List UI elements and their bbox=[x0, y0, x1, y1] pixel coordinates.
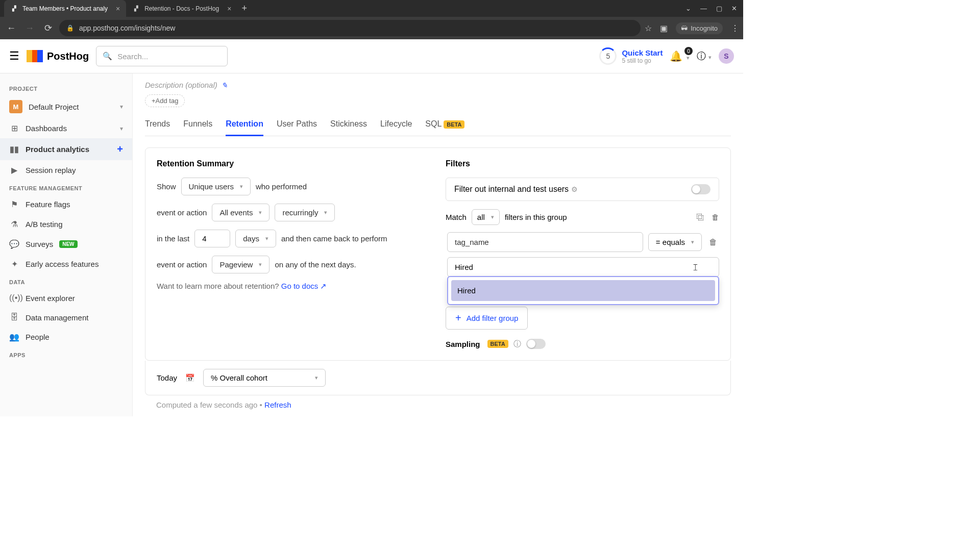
help-button[interactable]: ⓘ ▾ bbox=[697, 50, 712, 62]
gear-icon[interactable]: ⚙ bbox=[571, 185, 578, 193]
notification-count: 0 bbox=[684, 47, 693, 55]
calendar-icon[interactable]: 📅 bbox=[185, 373, 195, 383]
minimize-icon[interactable]: — bbox=[700, 5, 707, 12]
quick-start-button[interactable]: 5 Quick Start 5 still to go bbox=[599, 47, 663, 65]
refresh-link[interactable]: Refresh bbox=[264, 400, 291, 409]
info-icon[interactable]: ⓘ bbox=[513, 339, 521, 349]
user-avatar[interactable]: S bbox=[719, 48, 734, 64]
sidebar-section-feature: FEATURE MANAGEMENT bbox=[0, 180, 132, 194]
learn-more-text: Want to learn more about retention? Go t… bbox=[157, 282, 430, 291]
minimize-dropdown-icon[interactable]: ⌄ bbox=[685, 5, 691, 12]
unique-users-dropdown[interactable]: Unique users▾ bbox=[181, 178, 251, 195]
description-placeholder[interactable]: Description (optional) bbox=[145, 81, 217, 89]
equals-dropdown[interactable]: = equals▾ bbox=[648, 233, 702, 251]
close-tab-icon[interactable]: × bbox=[116, 5, 120, 13]
delete-filter-icon[interactable]: 🗑 bbox=[707, 238, 719, 247]
edit-description-icon[interactable]: ✎ bbox=[222, 81, 228, 89]
new-tab-button[interactable]: + bbox=[241, 3, 247, 14]
today-label: Today bbox=[157, 373, 177, 382]
tab-funnels[interactable]: Funnels bbox=[183, 119, 212, 136]
docs-link[interactable]: Go to docs ↗ bbox=[281, 282, 327, 290]
tab-retention[interactable]: Retention bbox=[226, 119, 263, 136]
count-input[interactable] bbox=[194, 230, 230, 247]
tab-trends[interactable]: Trends bbox=[145, 119, 170, 136]
browser-tab-active[interactable]: ▞ Team Members • Product analy × bbox=[4, 0, 126, 17]
filter-internal-users: Filter out internal and test users ⚙ bbox=[446, 178, 719, 201]
match-all-dropdown[interactable]: all▾ bbox=[472, 209, 500, 225]
sidebar-item-early-access[interactable]: ✦ Early access features bbox=[0, 254, 132, 274]
chevron-down-icon: ▾ bbox=[687, 55, 690, 61]
chevron-down-icon: ▾ bbox=[265, 235, 268, 242]
beta-badge: BETA bbox=[487, 340, 508, 348]
back-button[interactable]: ← bbox=[4, 23, 18, 34]
property-select[interactable]: tag_name bbox=[447, 232, 643, 252]
browser-tab[interactable]: ▞ Retention - Docs - PostHog × bbox=[126, 0, 237, 17]
reload-button[interactable]: ⟳ bbox=[41, 22, 55, 34]
tab-user-paths[interactable]: User Paths bbox=[277, 119, 317, 136]
cohort-dropdown[interactable]: % Overall cohort▾ bbox=[203, 369, 326, 387]
internal-users-toggle[interactable] bbox=[691, 184, 710, 194]
search-input[interactable]: 🔍 Search... bbox=[96, 46, 228, 66]
sidebar-item-people[interactable]: 👥 People bbox=[0, 327, 132, 347]
close-window-icon[interactable]: ✕ bbox=[731, 5, 737, 12]
bookmark-icon[interactable]: ☆ bbox=[645, 23, 652, 33]
hamburger-menu-icon[interactable]: ☰ bbox=[9, 49, 19, 63]
delete-group-icon[interactable]: 🗑 bbox=[712, 213, 719, 221]
sidebar-item-surveys[interactable]: 💬 Surveys NEW bbox=[0, 234, 132, 254]
all-events-dropdown[interactable]: All events▾ bbox=[212, 204, 270, 221]
filters-title: Filters bbox=[446, 159, 719, 168]
external-link-icon: ↗ bbox=[320, 282, 327, 290]
tab-favicon-icon: ▞ bbox=[132, 5, 140, 13]
bell-icon: 🔔 bbox=[670, 51, 682, 62]
close-tab-icon[interactable]: × bbox=[227, 5, 231, 13]
tab-sql[interactable]: SQLBETA bbox=[425, 119, 464, 136]
chevron-down-icon: ▾ bbox=[259, 209, 262, 216]
sidebar-item-dashboards[interactable]: ⊞ Dashboards ▾ bbox=[0, 118, 132, 138]
recurringly-dropdown[interactable]: recurringly▾ bbox=[275, 204, 335, 221]
address-bar[interactable]: 🔒 app.posthog.com/insights/new bbox=[59, 20, 641, 36]
add-insight-button[interactable]: + bbox=[117, 143, 123, 155]
sidebar-item-data-management[interactable]: 🗄 Data management bbox=[0, 308, 132, 327]
plus-icon: + bbox=[455, 312, 461, 324]
flag-icon: ⚑ bbox=[9, 199, 19, 209]
sidebar-item-product-analytics[interactable]: ▮▮ Product analytics + bbox=[0, 138, 132, 160]
analytics-icon: ▮▮ bbox=[9, 144, 19, 154]
progress-circle-icon: 5 bbox=[599, 47, 617, 65]
autocomplete-option[interactable]: Hired bbox=[451, 280, 715, 301]
sidebar-item-event-explorer[interactable]: ((•)) Event explorer bbox=[0, 288, 132, 308]
signal-icon: ((•)) bbox=[9, 293, 19, 303]
chevron-down-icon: ▾ bbox=[315, 374, 318, 381]
main-content: Description (optional) ✎ +Add tag Trends… bbox=[133, 73, 743, 416]
copy-filter-icon[interactable]: ⿻ bbox=[697, 213, 704, 221]
sidebar-project-selector[interactable]: M Default Project ▾ bbox=[0, 95, 132, 118]
logo[interactable]: PostHog bbox=[27, 50, 89, 62]
beta-badge: BETA bbox=[444, 120, 464, 129]
menu-icon[interactable]: ⋮ bbox=[731, 23, 739, 33]
lock-icon: 🔒 bbox=[66, 24, 74, 32]
tab-favicon-icon: ▞ bbox=[10, 5, 18, 13]
sidebar-item-ab-testing[interactable]: ⚗ A/B testing bbox=[0, 214, 132, 234]
extension-icon[interactable]: ▣ bbox=[660, 23, 668, 33]
flask-icon: ⚗ bbox=[9, 219, 19, 229]
pageview-dropdown[interactable]: Pageview▾ bbox=[212, 256, 270, 273]
tab-title: Retention - Docs - PostHog bbox=[144, 5, 219, 12]
sparkle-icon: ✦ bbox=[9, 259, 19, 269]
chevron-down-icon: ▾ bbox=[259, 261, 262, 268]
sampling-toggle[interactable] bbox=[526, 339, 546, 349]
chevron-down-icon: ▾ bbox=[324, 209, 327, 216]
chevron-down-icon: ▾ bbox=[120, 125, 123, 132]
tab-lifecycle[interactable]: Lifecycle bbox=[380, 119, 412, 136]
sidebar-item-feature-flags[interactable]: ⚑ Feature flags bbox=[0, 194, 132, 214]
sidebar-section-apps: APPS bbox=[0, 347, 132, 361]
forward-button: → bbox=[22, 23, 37, 34]
url-text: app.posthog.com/insights/new bbox=[79, 24, 175, 32]
add-filter-group-button[interactable]: + Add filter group bbox=[446, 307, 528, 330]
days-dropdown[interactable]: days▾ bbox=[235, 230, 276, 247]
tab-stickiness[interactable]: Stickiness bbox=[330, 119, 367, 136]
notifications-button[interactable]: 🔔 0 ▾ bbox=[670, 50, 690, 62]
add-tag-button[interactable]: +Add tag bbox=[145, 94, 185, 107]
chevron-down-icon: ▾ bbox=[691, 239, 694, 245]
sidebar-item-session-replay[interactable]: ▶ Session replay bbox=[0, 160, 132, 180]
maximize-icon[interactable]: ▢ bbox=[716, 5, 722, 12]
filter-value-input[interactable] bbox=[447, 257, 719, 277]
